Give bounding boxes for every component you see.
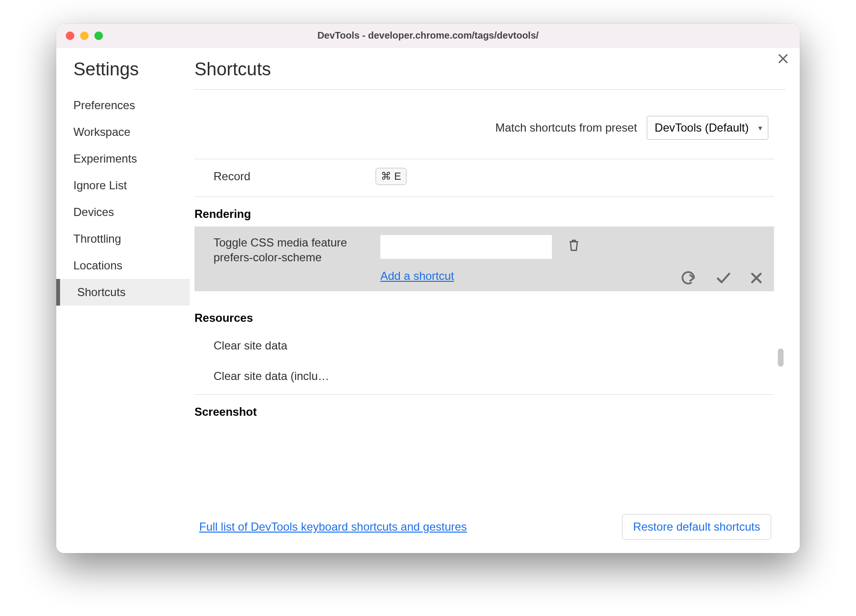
trash-icon[interactable] [568,239,580,252]
sidebar-item-shortcuts[interactable]: Shortcuts [56,279,190,306]
preset-value: DevTools (Default) [655,121,749,134]
content: Settings Preferences Workspace Experimen… [56,48,800,553]
sidebar-item-throttling[interactable]: Throttling [67,226,190,252]
footer: Full list of DevTools keyboard shortcuts… [194,505,785,553]
undo-icon[interactable] [680,271,697,285]
add-shortcut-link[interactable]: Add a shortcut [380,269,454,283]
sidebar-item-locations[interactable]: Locations [67,252,190,279]
section-resources: Resources [194,301,774,330]
shortcut-edit-row: Toggle CSS media feature prefers-color-s… [194,226,774,291]
restore-defaults-button[interactable]: Restore default shortcuts [622,514,771,540]
close-window-button[interactable] [66,31,74,40]
titlebar: DevTools - developer.chrome.com/tags/dev… [56,24,800,48]
shortcuts-scroll: Record ⌘ E Rendering Toggle CSS media fe… [194,159,785,505]
settings-sidebar: Settings Preferences Workspace Experimen… [56,59,190,553]
shortcut-keys: ⌘ E [376,168,407,185]
settings-title: Settings [67,59,190,80]
preset-select[interactable]: DevTools (Default) [647,116,768,140]
preset-label: Match shortcuts from preset [495,121,637,134]
window-controls [66,31,103,40]
sidebar-item-experiments[interactable]: Experiments [67,145,190,172]
zoom-window-button[interactable] [94,31,103,40]
x-icon[interactable] [750,272,763,284]
shortcut-input[interactable] [380,235,552,259]
scrollbar-thumb[interactable] [778,349,784,367]
section-screenshot: Screenshot [194,394,774,424]
sidebar-item-ignore-list[interactable]: Ignore List [67,172,190,199]
shortcut-label: Record [214,170,376,183]
main-panel: Shortcuts Match shortcuts from preset De… [190,59,800,553]
minimize-window-button[interactable] [80,31,89,40]
section-rendering: Rendering [194,196,774,226]
preset-row: Match shortcuts from preset DevTools (De… [194,90,785,159]
edit-actions [680,271,763,285]
checkmark-icon[interactable] [716,272,731,284]
devtools-settings-window: DevTools - developer.chrome.com/tags/dev… [56,24,800,553]
sidebar-item-devices[interactable]: Devices [67,199,190,226]
page-title: Shortcuts [194,59,785,80]
shortcut-row-clear-site-data-inclu[interactable]: Clear site data (inclu… [194,361,774,391]
sidebar-item-preferences[interactable]: Preferences [67,92,190,119]
shortcut-row-clear-site-data[interactable]: Clear site data [194,330,774,361]
window-title: DevTools - developer.chrome.com/tags/dev… [56,30,800,41]
full-list-link[interactable]: Full list of DevTools keyboard shortcuts… [199,520,467,534]
shortcut-row-record[interactable]: Record ⌘ E [194,159,774,194]
shortcut-edit-label: Toggle CSS media feature prefers-color-s… [214,235,376,265]
sidebar-item-workspace[interactable]: Workspace [67,119,190,145]
